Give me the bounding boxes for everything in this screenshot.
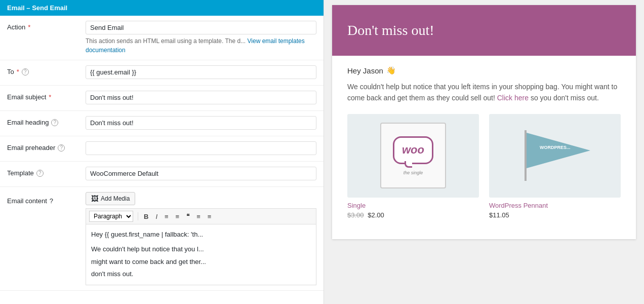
product-1-price-new: $2.00 [368,211,384,219]
action-input[interactable] [86,21,316,34]
email-greeting: Hey Jason 👋 [347,66,621,75]
subject-row: Email subject * [0,86,324,111]
product-1-price: $3.00 $2.00 [347,211,479,219]
product-2-name[interactable]: WordPress Pennant [489,202,621,209]
form-body: Action * This action sends an HTML email… [0,16,324,304]
template-label: Template ? [7,167,86,177]
svg-marker-1 [527,133,590,168]
indent-button[interactable]: ≡ [205,211,215,222]
template-field [86,167,316,180]
heading-input[interactable] [86,116,316,130]
to-required: * [17,68,19,75]
body-click-link[interactable]: Click here [497,94,529,102]
subject-required: * [49,93,51,101]
email-preview-header: Don't miss out! [332,5,636,56]
body-text-2: so you don't miss out. [531,94,599,102]
bold-button[interactable]: B [141,211,151,222]
email-preview: Don't miss out! Hey Jason 👋 We couldn't … [332,5,636,239]
bullet-list-button[interactable]: ≡ [162,211,172,222]
greeting-text: Hey Jason [347,66,383,75]
product-1-price-old: $3.00 [347,211,364,219]
add-media-icon: 🖼 [91,195,98,203]
preheader-help-icon[interactable]: ? [58,144,65,151]
woo-bubble: woo [393,136,433,164]
align-button[interactable]: ≡ [193,211,204,222]
subject-input[interactable] [86,91,316,104]
to-row: To * ? [0,60,324,86]
left-panel: Email – Send Email Action * This action … [0,0,324,304]
template-row: Template ? [0,162,324,187]
content-field: 🖼 Add Media Paragraph B I ≡ ≡ ❝ ≡ ≡ [86,192,316,285]
product-image-2: WORDPRES... [489,114,621,198]
to-field [86,65,316,79]
heading-label: Email heading ? [7,116,86,126]
panel-title: Email – Send Email [7,4,67,12]
editor-line-4: don't miss out. [91,269,311,280]
pennant-svg: WORDPRES... [514,123,595,188]
template-help-icon[interactable]: ? [36,170,44,177]
heading-row: Email heading ? [0,111,324,136]
preheader-row: Email preheader ? [0,136,324,162]
toolbar-sep-1 [138,212,138,220]
to-label: To * ? [7,65,86,75]
content-row: Email content ? 🖼 Add Media Paragraph B … [0,187,324,291]
blockquote-button[interactable]: ❝ [183,211,192,221]
products-grid: woo the single Single $3.00 $2.00 [347,114,621,219]
preheader-field [86,141,316,155]
editor-line-3: might want to come back and get ther... [91,257,311,268]
paragraph-select[interactable]: Paragraph [89,211,133,222]
editor-content-area[interactable]: Hey {{ guest.first_name | fallback: 'th.… [86,224,316,285]
action-label: Action * [7,21,86,31]
content-label: Email content ? [7,192,86,205]
panel-header: Email – Send Email [0,0,324,16]
subject-label: Email subject * [7,91,86,101]
action-row: Action * This action sends an HTML email… [0,16,324,60]
to-input[interactable] [86,65,316,79]
email-body-text: We couldn't help but notice that you lef… [347,81,621,104]
product-1-name[interactable]: Single [347,202,479,209]
number-list-button[interactable]: ≡ [173,211,183,222]
woo-product-illustration: woo the single [380,123,446,188]
product-2-price: $11.05 [489,211,621,219]
editor-line-2: We couldn't help but notice that you l..… [91,244,311,255]
add-media-label: Add Media [101,195,130,202]
heading-help-icon[interactable]: ? [51,119,58,126]
preheader-input[interactable] [86,141,316,155]
product-image-1: woo the single [347,114,479,198]
add-media-button[interactable]: 🖼 Add Media [86,192,135,205]
product-item-2: WORDPRES... WordPress Pennant $11.05 [489,114,621,219]
content-help-icon[interactable]: ? [50,197,53,205]
editor-line-1: Hey {{ guest.first_name | fallback: 'th.… [91,230,311,240]
template-input[interactable] [86,167,316,180]
product-item-1: woo the single Single $3.00 $2.00 [347,114,479,219]
heading-field [86,116,316,130]
to-help-icon[interactable]: ? [22,68,29,75]
email-preview-title: Don't miss out! [347,22,434,39]
action-description: This action sends an HTML email using a … [86,36,316,55]
greeting-emoji: 👋 [386,66,396,75]
product-2-price-value: $11.05 [489,211,509,219]
subject-field [86,91,316,104]
right-panel: Don't miss out! Hey Jason 👋 We couldn't … [324,0,644,304]
action-required: * [28,23,30,31]
editor-toolbar: Paragraph B I ≡ ≡ ❝ ≡ ≡ [86,208,316,224]
woo-subtitle: the single [404,170,423,175]
action-field: This action sends an HTML email using a … [86,21,316,55]
preheader-label: Email preheader ? [7,141,86,151]
svg-text:WORDPRES...: WORDPRES... [540,145,571,150]
svg-rect-0 [525,130,527,181]
italic-button[interactable]: I [152,211,160,222]
email-preview-body: Hey Jason 👋 We couldn't help but notice … [332,56,636,239]
woo-text: woo [402,143,424,157]
